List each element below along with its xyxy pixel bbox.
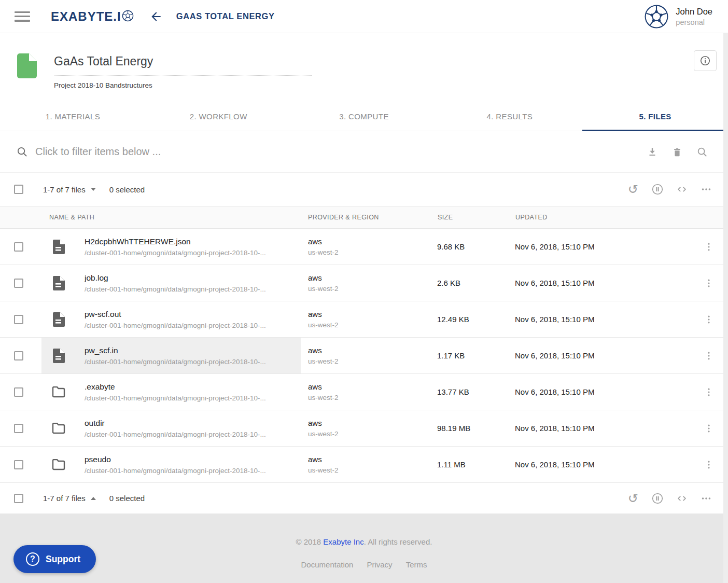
filter-input[interactable]	[35, 146, 646, 158]
file-name: pw_scf.in	[85, 346, 266, 355]
back-arrow-icon[interactable]	[149, 10, 163, 23]
pause-icon[interactable]	[651, 183, 664, 196]
tab-workflow[interactable]: 2. WORKFLOW	[146, 102, 291, 131]
region: us-west-2	[308, 394, 430, 401]
job-file-icon	[17, 53, 37, 102]
table-row: outdir /cluster-001-home/gmogni/data/gmo…	[0, 410, 728, 447]
file-name: .exabyte	[85, 382, 266, 392]
more-icon[interactable]	[700, 183, 712, 196]
workflow-tabs: 1. MATERIALS 2. WORKFLOW 3. COMPUTE 4. R…	[0, 102, 728, 131]
support-button[interactable]: ? Support	[13, 545, 96, 573]
file-size: 1.11 MB	[430, 447, 508, 482]
download-icon[interactable]	[646, 146, 659, 158]
documentation-link[interactable]: Documentation	[301, 560, 354, 569]
entity-title: GaAs Total Energy	[54, 54, 312, 76]
row-menu-icon[interactable]	[704, 351, 714, 361]
row-checkbox[interactable]	[14, 424, 23, 433]
provider: aws	[308, 382, 430, 391]
pause-icon[interactable]	[651, 492, 664, 505]
file-updated: Nov 6, 2018, 15:10 PM	[508, 265, 690, 301]
row-menu-icon[interactable]	[704, 423, 714, 434]
scrollbar-track[interactable]	[723, 33, 728, 583]
file-size: 12.49 KB	[430, 301, 508, 337]
table-row: H2dcpbhWhTTEHERWE.json /cluster-001-home…	[0, 229, 728, 265]
file-icon	[52, 349, 65, 363]
select-all-checkbox[interactable]	[14, 494, 23, 503]
folder-icon	[52, 459, 65, 470]
table-row: pw-scf.out /cluster-001-home/gmogni/data…	[0, 301, 728, 338]
column-name-path: NAME & PATH	[41, 214, 301, 221]
row-menu-icon[interactable]	[704, 460, 714, 470]
row-checkbox[interactable]	[14, 387, 23, 397]
filter-bar	[0, 131, 728, 173]
folder-icon	[52, 386, 65, 398]
exabyte-inc-link[interactable]: Exabyte Inc	[323, 537, 363, 546]
files-table: H2dcpbhWhTTEHERWE.json /cluster-001-home…	[0, 229, 728, 483]
chevron-up-icon	[91, 497, 96, 500]
row-checkbox[interactable]	[14, 242, 23, 252]
entity-subtitle: Project 2018-10 Bandstructures	[54, 81, 312, 89]
row-checkbox[interactable]	[14, 351, 23, 360]
page-breadcrumb-title: GAAS TOTAL ENERGY	[176, 11, 275, 21]
provider: aws	[308, 310, 430, 318]
search-icon[interactable]	[696, 146, 708, 158]
app-header: EXABYTE.I GAAS TOTAL ENERGY John Doe per…	[0, 0, 728, 33]
file-path: /cluster-001-home/gmogni/data/gmogni-pro…	[85, 322, 266, 329]
provider: aws	[308, 346, 430, 355]
row-menu-icon[interactable]	[704, 314, 714, 325]
file-updated: Nov 6, 2018, 15:10 PM	[508, 229, 690, 265]
table-row: pseudo /cluster-001-home/gmogni/data/gmo…	[0, 447, 728, 483]
row-checkbox[interactable]	[14, 279, 23, 288]
refresh-icon[interactable]: ↺	[627, 183, 639, 196]
row-menu-icon[interactable]	[704, 387, 714, 397]
region: us-west-2	[308, 285, 430, 293]
file-size: 13.77 KB	[430, 374, 508, 410]
page-footer: © 2018 Exabyte Inc. All rights reserved.…	[0, 513, 728, 583]
file-size: 98.19 MB	[430, 410, 508, 446]
pagination-range-dropdown[interactable]: 1-7 of 7 files	[43, 494, 96, 503]
tab-results[interactable]: 4. RESULTS	[437, 102, 582, 131]
column-size: SIZE	[430, 214, 508, 221]
avatar[interactable]	[645, 5, 668, 29]
info-button[interactable]	[694, 50, 717, 71]
delete-icon[interactable]	[671, 146, 683, 158]
user-account-type: personal	[676, 18, 712, 26]
privacy-link[interactable]: Privacy	[367, 560, 392, 569]
more-icon[interactable]	[700, 492, 712, 505]
region: us-west-2	[308, 430, 430, 438]
refresh-icon[interactable]: ↺	[627, 492, 639, 505]
row-menu-icon[interactable]	[704, 242, 714, 252]
selected-count: 0 selected	[109, 185, 145, 194]
region: us-west-2	[308, 466, 430, 474]
menu-icon[interactable]	[15, 11, 30, 22]
provider: aws	[308, 237, 430, 246]
code-icon[interactable]	[676, 492, 688, 505]
tab-files[interactable]: 5. FILES	[582, 102, 728, 131]
entity-header: GaAs Total Energy Project 2018-10 Bandst…	[0, 33, 728, 102]
code-icon[interactable]	[676, 183, 688, 196]
file-path: /cluster-001-home/gmogni/data/gmogni-pro…	[85, 285, 266, 293]
user-name: John Doe	[676, 7, 712, 17]
row-checkbox[interactable]	[14, 315, 23, 324]
row-menu-icon[interactable]	[704, 278, 714, 288]
region: us-west-2	[308, 357, 430, 365]
selected-count: 0 selected	[109, 494, 145, 503]
user-box: John Doe personal	[645, 5, 717, 29]
provider: aws	[308, 273, 430, 282]
list-controls-bottom: 1-7 of 7 files 0 selected ↺	[0, 483, 728, 513]
table-header: NAME & PATH PROVIDER & REGION SIZE UPDAT…	[0, 206, 728, 229]
file-name: H2dcpbhWhTTEHERWE.json	[85, 237, 266, 246]
file-updated: Nov 6, 2018, 15:10 PM	[508, 447, 690, 482]
pagination-range-dropdown[interactable]: 1-7 of 7 files	[43, 185, 96, 194]
file-icon	[52, 276, 65, 290]
column-updated: UPDATED	[508, 214, 690, 221]
tab-materials[interactable]: 1. MATERIALS	[0, 102, 146, 131]
table-row: job.log /cluster-001-home/gmogni/data/gm…	[0, 265, 728, 301]
region: us-west-2	[308, 248, 430, 256]
select-all-checkbox[interactable]	[14, 185, 23, 194]
tab-compute[interactable]: 3. COMPUTE	[291, 102, 437, 131]
exabyte-logo[interactable]: EXABYTE.I	[51, 9, 134, 24]
row-checkbox[interactable]	[14, 460, 23, 469]
file-size: 9.68 KB	[430, 229, 508, 265]
terms-link[interactable]: Terms	[406, 560, 427, 569]
